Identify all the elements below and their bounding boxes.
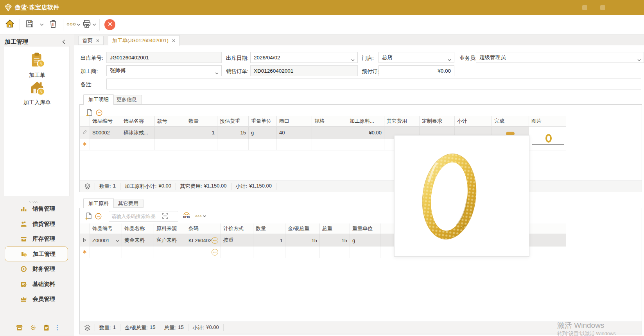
empty-cell[interactable]	[350, 247, 380, 258]
column-header[interactable]: 定制要求	[420, 116, 455, 127]
ellipsis-lookup-button[interactable]	[212, 249, 218, 256]
tab-close-icon[interactable]	[96, 39, 99, 42]
barcode-search-box[interactable]	[109, 211, 178, 222]
empty-cell[interactable]	[186, 139, 217, 150]
column-header[interactable]: 规格	[312, 116, 347, 127]
cell[interactable]: S00002	[90, 127, 121, 139]
cell[interactable]: 40	[277, 127, 312, 139]
column-header[interactable]: 计价方式	[221, 223, 253, 234]
sidebar-item-sales[interactable]: 销售管理	[5, 201, 68, 216]
close-document-button[interactable]	[104, 19, 115, 30]
empty-cell[interactable]	[121, 139, 155, 150]
image-cell-editor[interactable]	[531, 127, 565, 146]
cell[interactable]	[312, 127, 347, 139]
empty-cell[interactable]	[312, 139, 347, 150]
vertical-dots-icon[interactable]	[56, 324, 58, 332]
processor-combo[interactable]: 张师傅	[106, 65, 222, 76]
sidebar-item-finance[interactable]: 财务管理	[5, 261, 68, 276]
home-button[interactable]	[3, 18, 16, 31]
window-close-button[interactable]	[600, 5, 605, 10]
rfid-button[interactable]: RFID	[182, 211, 191, 219]
tab-processing-order[interactable]: 加工单(JG01260402001)	[108, 35, 179, 46]
cell[interactable]: ¥0.00	[347, 127, 384, 139]
column-header[interactable]: 原料来源	[154, 223, 186, 234]
tab-close-icon[interactable]	[172, 39, 175, 42]
empty-cell[interactable]	[217, 139, 249, 150]
column-header[interactable]: 金/银总重	[285, 223, 320, 234]
layers-summary-icon[interactable]	[84, 325, 90, 331]
barcode-search-input[interactable]	[111, 214, 162, 219]
chevron-down-icon[interactable]	[351, 57, 355, 63]
column-header[interactable]: 条码	[186, 223, 221, 234]
order-no-field[interactable]: JG01260402001	[106, 52, 222, 63]
empty-cell[interactable]	[320, 247, 350, 258]
column-header[interactable]: 完成	[492, 116, 529, 127]
cell[interactable]: 黄金来料	[122, 234, 154, 247]
shortcut-processing-order[interactable]: 加工单	[4, 51, 70, 79]
tab-material[interactable]: 加工原料	[83, 198, 114, 208]
empty-cell[interactable]	[122, 247, 154, 258]
chevron-down-icon[interactable]	[448, 57, 451, 63]
cell[interactable]: 15	[217, 127, 249, 139]
ellipsis-lookup-button[interactable]	[212, 237, 218, 244]
sidebar-item-lending[interactable]: 借货管理	[5, 216, 68, 231]
out-date-combo[interactable]: 2026/04/02	[250, 52, 358, 63]
column-header[interactable]: 重量单位	[350, 223, 380, 234]
cell[interactable]: 1	[186, 127, 217, 139]
remove-material-button[interactable]	[95, 213, 102, 221]
tab-other-fees[interactable]: 其它费用	[113, 199, 144, 208]
layers-summary-icon[interactable]	[84, 183, 90, 190]
shop-icon[interactable]	[16, 325, 23, 332]
cell[interactable]: 15	[320, 234, 350, 247]
column-header[interactable]: 加工原料...	[347, 116, 384, 127]
empty-cell[interactable]	[285, 247, 320, 258]
chevron-down-icon[interactable]	[637, 57, 641, 63]
empty-cell[interactable]	[90, 247, 122, 258]
column-header[interactable]: 饰品编号	[90, 116, 121, 127]
more-material-actions-button[interactable]	[195, 215, 206, 218]
tab-more-info[interactable]: 更多信息	[111, 95, 142, 104]
cell-combo[interactable]: Z00001	[90, 234, 122, 247]
column-header[interactable]: 其它费用	[384, 116, 420, 127]
column-header[interactable]: 数量	[253, 223, 285, 234]
sidebar-item-base-data[interactable]: 基础资料	[5, 277, 68, 291]
column-header[interactable]: 图片	[529, 116, 566, 127]
column-header[interactable]: 圈口	[277, 116, 312, 127]
tab-home[interactable]: 首页	[78, 36, 104, 45]
column-header[interactable]: 重量单位	[249, 116, 277, 127]
cell[interactable]: 1	[253, 234, 285, 247]
sidebar-item-processing[interactable]: 加工管理	[5, 247, 68, 261]
empty-cell[interactable]	[221, 247, 253, 258]
clipboard-icon[interactable]	[43, 324, 49, 332]
tab-detail[interactable]: 加工明细	[83, 94, 114, 105]
column-header[interactable]: 饰品编号	[90, 223, 122, 234]
sidebar-item-inventory[interactable]: 库存管理	[5, 231, 68, 246]
gear-icon[interactable]	[30, 324, 36, 332]
empty-cell[interactable]	[155, 139, 186, 150]
empty-cell[interactable]	[253, 247, 285, 258]
deposit-field[interactable]: ¥0.00	[379, 65, 454, 76]
empty-cell[interactable]	[277, 139, 312, 150]
barcode-scan-icon[interactable]	[162, 213, 168, 220]
more-actions-button[interactable]	[66, 18, 81, 31]
sales-order-field[interactable]: XD01260402001	[250, 65, 358, 76]
chevron-down-icon[interactable]	[215, 70, 219, 76]
empty-cell[interactable]	[154, 247, 186, 258]
cell-barcode[interactable]: KL260402...	[186, 234, 221, 247]
cell[interactable]: 按重	[221, 234, 253, 247]
delete-button[interactable]	[47, 18, 60, 31]
sidebar-item-members[interactable]: 会员管理	[5, 291, 68, 306]
row-expand-cell[interactable]	[80, 234, 90, 247]
empty-cell-barcode[interactable]	[186, 247, 221, 258]
column-header[interactable]: 总重	[320, 223, 350, 234]
salesman-combo[interactable]: 超级管理员	[476, 52, 644, 63]
window-minimize-button[interactable]	[582, 5, 587, 10]
column-header[interactable]: 款号	[155, 116, 186, 127]
sidebar-collapse-button[interactable]	[60, 38, 67, 45]
print-button[interactable]	[82, 18, 96, 31]
cell[interactable]: 碎冰冰戒...	[121, 127, 155, 139]
column-header[interactable]: 饰品名称	[122, 223, 154, 234]
save-dropdown-button[interactable]	[38, 18, 45, 31]
column-header[interactable]: 数量	[186, 116, 217, 127]
store-combo[interactable]: 总店	[379, 52, 454, 63]
